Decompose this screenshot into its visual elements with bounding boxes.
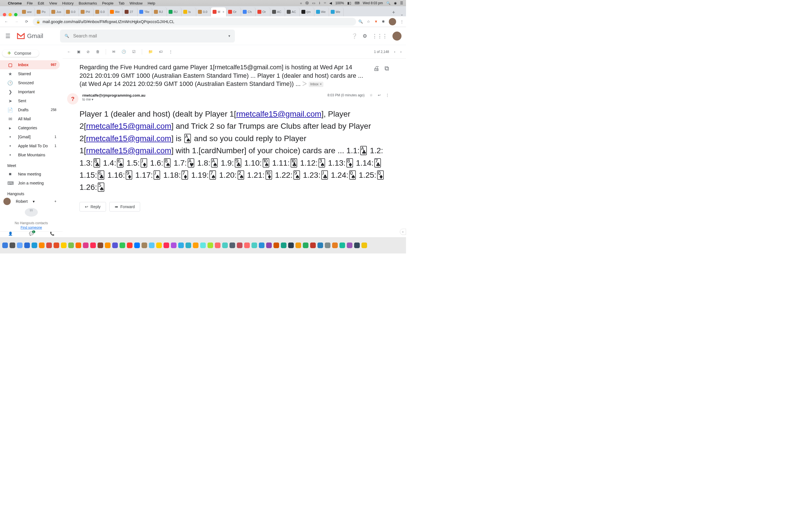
battery-icon[interactable]: ▮▯ xyxy=(347,1,351,5)
dock-app[interactable] xyxy=(148,240,155,251)
spotlight-icon[interactable]: 🔍 xyxy=(386,1,391,5)
close-window[interactable] xyxy=(3,13,6,16)
extensions-icon[interactable]: ✱ xyxy=(382,19,385,24)
browser-tab[interactable]: 0.0 xyxy=(94,7,108,16)
sidebar-item-snoozed[interactable]: 🕒Snoozed xyxy=(0,78,60,87)
wifi-icon[interactable]: ⌔ xyxy=(324,1,326,5)
spam-icon[interactable]: ⊘ xyxy=(87,50,90,54)
dock-app[interactable] xyxy=(177,240,185,251)
recipient-line[interactable]: to me ▾ xyxy=(82,98,324,101)
dock-app[interactable] xyxy=(24,240,31,251)
dock-app[interactable] xyxy=(310,240,316,251)
dock-app[interactable] xyxy=(200,240,206,251)
sidebar-item-important[interactable]: ❯Important xyxy=(0,87,60,96)
sidebar-item-all-mail[interactable]: ✉All Mail xyxy=(0,114,60,123)
browser-tab[interactable]: "Re xyxy=(138,7,152,16)
menu-window[interactable]: Window xyxy=(130,1,142,5)
dock-app[interactable] xyxy=(332,240,338,251)
notifications-icon[interactable]: ☰ xyxy=(400,1,403,5)
menu-people[interactable]: People xyxy=(102,1,113,5)
dock-app[interactable] xyxy=(354,240,360,251)
important-marker-icon[interactable]: ᐳ xyxy=(302,80,307,87)
browser-tab[interactable]: Po xyxy=(35,7,50,16)
dock-app[interactable] xyxy=(156,240,162,251)
details-dropdown-icon[interactable]: ▾ xyxy=(92,98,93,101)
browser-tab[interactable]: RJ xyxy=(152,7,167,16)
dock-app[interactable] xyxy=(90,240,96,251)
minimize-window[interactable] xyxy=(8,13,12,16)
browser-tab[interactable]: We xyxy=(314,7,329,16)
move-icon[interactable]: 📁 xyxy=(148,50,153,54)
dock-app[interactable] xyxy=(82,240,89,251)
menu-edit[interactable]: Edit xyxy=(38,1,44,5)
dock-app[interactable] xyxy=(258,240,265,251)
search-bar[interactable]: 🔍 ▾ xyxy=(60,30,235,43)
clock[interactable]: Wed 8:03 pm xyxy=(363,1,383,5)
volume-icon[interactable]: ◀ xyxy=(329,1,332,5)
dock-app[interactable] xyxy=(266,240,272,251)
dock-app[interactable] xyxy=(16,240,23,251)
sender-address[interactable]: rmetcalfe@rjmprogramming.com.au xyxy=(82,93,324,98)
search-icon[interactable]: 🔍 xyxy=(64,34,69,38)
reply-icon[interactable]: ↩ xyxy=(378,93,380,97)
main-menu-icon[interactable]: ☰ xyxy=(4,33,11,40)
dock-app[interactable] xyxy=(295,240,302,251)
dock-app[interactable] xyxy=(9,240,16,251)
dock-app[interactable] xyxy=(134,240,140,251)
prev-icon[interactable]: ‹ xyxy=(394,50,395,54)
dock-app[interactable] xyxy=(68,240,74,251)
input-icon[interactable]: ⌨ xyxy=(355,1,359,5)
dock-app[interactable] xyxy=(244,240,250,251)
gmail-logo[interactable]: Gmail xyxy=(17,33,43,40)
star-icon[interactable]: ☆ xyxy=(370,93,373,97)
meet-item[interactable]: ■New meeting xyxy=(0,170,60,179)
lock-icon[interactable]: 🔒 xyxy=(36,20,40,24)
close-tab-icon[interactable]: × xyxy=(222,10,224,13)
sidebar-item-apple-mail-to-do[interactable]: ▪Apple Mail To Do1 xyxy=(0,142,60,151)
dock-app[interactable] xyxy=(38,240,45,251)
dock-app[interactable] xyxy=(221,240,229,251)
dock-app[interactable] xyxy=(192,240,199,251)
dock-app[interactable] xyxy=(31,240,38,251)
dock-app[interactable] xyxy=(361,240,368,251)
sidebar-item-inbox[interactable]: ▢Inbox987 xyxy=(0,60,60,69)
delete-icon[interactable]: 🗑 xyxy=(96,50,100,54)
dock-app[interactable] xyxy=(346,240,353,251)
dock-app[interactable] xyxy=(207,240,214,251)
browser-tab[interactable]: We xyxy=(108,7,123,16)
email-link[interactable]: rmetcalfe15@gmail.com xyxy=(86,134,171,143)
brave-icon[interactable]: ▼ xyxy=(374,19,378,24)
email-link[interactable]: rmetcalfe15@gmail.com xyxy=(236,110,321,118)
browser-tab[interactable]: Or xyxy=(256,7,270,16)
compose-button[interactable]: + Compose xyxy=(2,50,39,57)
airplay-icon[interactable]: ▭ xyxy=(312,1,315,5)
snooze-icon[interactable]: 🕒 xyxy=(121,50,126,54)
unread-icon[interactable]: ✉ xyxy=(112,50,115,54)
dock-app[interactable] xyxy=(75,240,82,251)
back-button[interactable]: ← xyxy=(2,18,10,25)
profile-avatar[interactable] xyxy=(389,18,396,25)
menu-tab[interactable]: Tab xyxy=(118,1,124,5)
dock-app[interactable] xyxy=(185,240,192,251)
dock-app[interactable] xyxy=(163,240,170,251)
browser-tab[interactable]: We xyxy=(329,7,344,16)
browser-tab[interactable]: Ch xyxy=(241,7,256,16)
browser-tab[interactable]: Is xyxy=(182,7,196,16)
browser-tab[interactable]: PH xyxy=(79,7,94,16)
browser-tab[interactable]: Or xyxy=(226,7,241,16)
dock-app[interactable] xyxy=(317,240,324,251)
dock-app[interactable] xyxy=(229,240,236,251)
chat-icon[interactable]: 💬1 xyxy=(29,231,34,236)
dock-app[interactable] xyxy=(53,240,60,251)
email-link[interactable]: rmetcalfe15@gmail.com xyxy=(86,146,171,155)
tray-icon[interactable]: Ⓜ xyxy=(305,1,309,6)
dock-app[interactable] xyxy=(119,240,126,251)
sidebar-item--gmail-[interactable]: ▪[Gmail]1 xyxy=(0,132,60,142)
apps-icon[interactable]: ⋮⋮⋮ xyxy=(372,33,388,39)
more-icon[interactable]: ⋮ xyxy=(386,93,389,97)
new-tab-button[interactable]: + xyxy=(390,8,398,16)
dock-app[interactable] xyxy=(324,240,331,251)
dock-app[interactable] xyxy=(280,240,287,251)
forward-button[interactable]: ➡Forward xyxy=(109,202,140,212)
menu-help[interactable]: Help xyxy=(148,1,155,5)
